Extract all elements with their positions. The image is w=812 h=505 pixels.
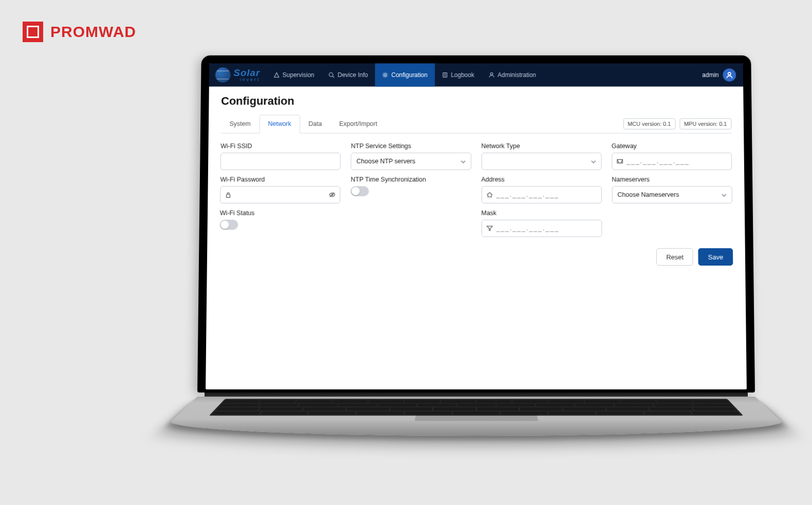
address-field: Address — [481, 176, 601, 203]
mcu-version-badge: MCU version: 0.1 — [623, 118, 675, 129]
tab-export-import[interactable]: Export/Import — [330, 115, 386, 133]
wifi-status-field: Wi-Fi Status — [219, 210, 340, 237]
chip-icon — [23, 22, 43, 42]
save-button[interactable]: Save — [698, 248, 733, 266]
nav-label: Administration — [497, 71, 536, 79]
nav-label: Supervision — [283, 71, 315, 79]
lock-icon — [225, 191, 232, 198]
nav-label: Logbook — [451, 71, 474, 79]
wifi-status-label: Wi-Fi Status — [220, 210, 341, 217]
gear-icon — [382, 72, 389, 78]
page-body: Configuration System Network Data Export… — [207, 86, 746, 273]
wifi-password-field: Wi-Fi Password — [220, 176, 341, 203]
svg-point-3 — [384, 74, 386, 76]
svg-point-1 — [329, 73, 333, 77]
chevron-down-icon — [591, 159, 596, 164]
tab-network[interactable]: Network — [259, 115, 300, 133]
laptop-mockup: Solar invert Supervision Device Info — [197, 52, 755, 444]
gateway-icon — [616, 158, 623, 165]
mpu-version-badge: MPU version: 0.1 — [679, 118, 731, 129]
nameservers-label: Nameservers — [612, 176, 732, 183]
gateway-label: Gateway — [612, 142, 732, 149]
app-brand-line2: invert — [233, 77, 260, 81]
svg-point-8 — [490, 73, 492, 75]
nav-label: Configuration — [391, 71, 427, 79]
ntp-service-placeholder: Choose NTP servers — [357, 158, 416, 165]
laptop-base — [155, 397, 797, 436]
wifi-ssid-field: Wi-Fi SSID — [220, 142, 341, 170]
svg-point-9 — [728, 72, 731, 75]
form-grid: Wi-Fi SSID Wi-Fi Password Wi-Fi Status — [219, 142, 732, 237]
wifi-ssid-label: Wi-Fi SSID — [220, 142, 341, 149]
navbar: Solar invert Supervision Device Info — [209, 63, 743, 86]
trackpad — [414, 415, 538, 421]
tabs-row: System Network Data Export/Import MCU ve… — [220, 115, 731, 133]
wifi-status-toggle[interactable] — [219, 220, 238, 230]
wifi-ssid-input[interactable] — [220, 153, 341, 170]
ntp-service-field: NTP Service Settings Choose NTP servers — [351, 142, 471, 170]
nav-configuration[interactable]: Configuration — [375, 63, 435, 86]
reset-button[interactable]: Reset — [656, 248, 693, 266]
ntp-service-label: NTP Service Settings — [351, 142, 471, 149]
svg-line-2 — [333, 76, 334, 78]
nav-label: Device Info — [338, 71, 368, 79]
user-menu[interactable]: admin — [702, 68, 743, 81]
screen: Solar invert Supervision Device Info — [206, 63, 747, 389]
ntp-sync-label: NTP Time Synchronization — [350, 176, 471, 183]
promwad-text: PROMWAD — [50, 23, 136, 41]
logbook-icon — [442, 72, 448, 78]
search-icon — [328, 72, 335, 78]
mask-input[interactable] — [496, 220, 597, 237]
svg-rect-10 — [227, 194, 230, 197]
gateway-field: Gateway — [612, 142, 732, 170]
network-type-label: Network Type — [481, 142, 601, 149]
mask-field: Mask — [481, 210, 602, 237]
nameservers-select[interactable]: Choose Nameservers — [612, 186, 732, 203]
avatar-icon — [723, 68, 736, 81]
network-type-select[interactable] — [481, 153, 601, 170]
nameservers-field: Nameservers Choose Nameservers — [612, 176, 732, 203]
wifi-password-label: Wi-Fi Password — [220, 176, 340, 183]
supervision-icon — [273, 72, 280, 78]
filter-icon — [486, 225, 493, 232]
globe-icon — [215, 67, 231, 82]
form-actions: Reset Save — [219, 248, 733, 266]
app-brand-line1: Solar — [233, 69, 260, 78]
user-icon — [488, 72, 494, 78]
ntp-sync-toggle[interactable] — [350, 186, 369, 196]
svg-marker-0 — [274, 73, 279, 78]
nav-administration[interactable]: Administration — [482, 63, 543, 86]
laptop-bezel: Solar invert Supervision Device Info — [197, 55, 755, 392]
address-input[interactable] — [496, 186, 597, 203]
chevron-down-icon — [722, 192, 727, 197]
network-type-field: Network Type — [481, 142, 601, 170]
laptop-hinge — [205, 392, 748, 397]
chevron-down-icon — [460, 159, 466, 164]
wifi-password-input[interactable] — [235, 186, 326, 203]
ntp-service-select[interactable]: Choose NTP servers — [351, 153, 471, 170]
keyboard — [209, 399, 744, 416]
nav-device-info[interactable]: Device Info — [321, 63, 375, 86]
tab-data[interactable]: Data — [300, 115, 330, 133]
mask-label: Mask — [481, 210, 601, 217]
home-icon — [486, 191, 493, 198]
ntp-sync-field: NTP Time Synchronization — [350, 176, 471, 203]
nav-supervision[interactable]: Supervision — [266, 63, 322, 86]
address-label: Address — [481, 176, 601, 183]
nameservers-placeholder: Choose Nameservers — [617, 191, 679, 198]
svg-marker-13 — [487, 226, 492, 231]
tab-system[interactable]: System — [221, 115, 260, 133]
promwad-logo: PROMWAD — [23, 22, 136, 42]
nav-logbook[interactable]: Logbook — [435, 63, 482, 86]
eye-off-icon[interactable] — [329, 191, 336, 198]
user-label: admin — [702, 71, 718, 79]
gateway-input[interactable] — [626, 153, 728, 170]
app-logo: Solar invert — [209, 67, 266, 82]
page-title: Configuration — [221, 95, 731, 108]
